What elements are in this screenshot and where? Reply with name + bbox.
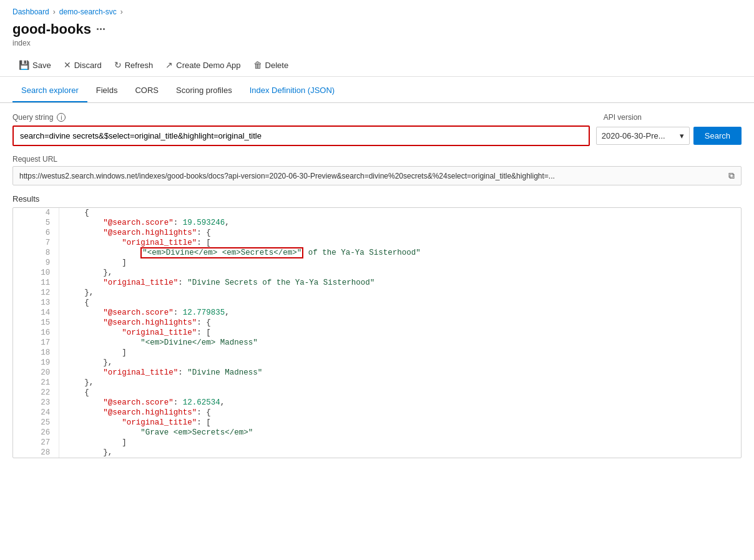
table-row: 23 "@search.score": 12.62534,	[13, 398, 741, 408]
table-row: 16 "original_title": [	[13, 328, 741, 338]
tab-search-explorer[interactable]: Search explorer	[12, 79, 87, 102]
refresh-button[interactable]: ↻ Refresh	[108, 57, 160, 72]
line-number: 26	[13, 428, 59, 438]
query-input[interactable]	[14, 127, 589, 145]
line-content: "@search.highlights": {	[59, 318, 741, 328]
line-content: "original_title": "Divine Secrets of the…	[59, 278, 741, 288]
table-row: 22 {	[13, 388, 741, 398]
table-row: 13 {	[13, 298, 741, 308]
chevron-down-icon: ▾	[680, 131, 684, 140]
code-lines: 4 {5 "@search.score": 19.593246,6 "@sear…	[13, 208, 741, 458]
line-content: "@search.score": 12.779835,	[59, 308, 741, 318]
table-row: 6 "@search.highlights": {	[13, 228, 741, 238]
line-number: 24	[13, 408, 59, 418]
delete-icon: 🗑	[253, 60, 262, 70]
line-content: },	[59, 288, 741, 298]
query-input-wrap	[12, 125, 590, 146]
line-number: 20	[13, 368, 59, 378]
breadcrumb-dashboard[interactable]: Dashboard	[12, 7, 49, 16]
tab-index-definition[interactable]: Index Definition (JSON)	[241, 79, 344, 102]
line-content: },	[59, 268, 741, 278]
line-content: },	[59, 448, 741, 458]
search-button[interactable]: Search	[693, 127, 742, 145]
page-title-row: good-books ···	[0, 19, 754, 39]
line-number: 6	[13, 228, 59, 238]
line-content: {	[59, 388, 741, 398]
line-number: 22	[13, 388, 59, 398]
breadcrumb: Dashboard › demo-search-svc ›	[0, 0, 754, 19]
table-row: 8 "<em>Divine</em> <em>Secrets</em>" of …	[13, 248, 741, 258]
line-number: 8	[13, 248, 59, 258]
line-content: "<em>Divine</em> <em>Secrets</em>" of th…	[59, 248, 741, 258]
results-label: Results	[12, 194, 742, 204]
line-number: 25	[13, 418, 59, 428]
line-number: 18	[13, 348, 59, 358]
line-content: "original_title": [	[59, 418, 741, 428]
delete-button[interactable]: 🗑 Delete	[247, 57, 295, 72]
table-row: 10 },	[13, 268, 741, 278]
line-number: 5	[13, 218, 59, 228]
tab-fields[interactable]: Fields	[87, 79, 127, 102]
line-content: "<em>Divine</em> Madness"	[59, 338, 741, 348]
save-button[interactable]: 💾 Save	[12, 57, 57, 72]
table-row: 12 },	[13, 288, 741, 298]
tabs: Search explorer Fields CORS Scoring prof…	[0, 79, 754, 103]
table-row: 21 },	[13, 378, 741, 388]
line-number: 27	[13, 438, 59, 448]
line-number: 19	[13, 358, 59, 368]
table-row: 25 "original_title": [	[13, 418, 741, 428]
table-row: 14 "@search.score": 12.779835,	[13, 308, 741, 318]
line-content: },	[59, 358, 741, 368]
page-subtitle: index	[0, 39, 754, 54]
line-content: ]	[59, 348, 741, 358]
breadcrumb-separator: ›	[53, 7, 56, 16]
line-content: "@search.score": 12.62534,	[59, 398, 741, 408]
more-options-icon[interactable]: ···	[96, 23, 105, 36]
line-number: 10	[13, 268, 59, 278]
line-content: "@search.highlights": {	[59, 408, 741, 418]
request-url-section: Request URL https://westus2.search.windo…	[12, 155, 742, 185]
line-number: 9	[13, 258, 59, 268]
line-content: "@search.score": 19.593246,	[59, 218, 741, 228]
save-icon: 💾	[19, 60, 29, 70]
line-content: {	[59, 298, 741, 308]
table-row: 28 },	[13, 448, 741, 458]
copy-icon[interactable]: ⧉	[728, 170, 735, 181]
line-number: 13	[13, 298, 59, 308]
line-number: 23	[13, 398, 59, 408]
line-number: 4	[13, 208, 59, 218]
line-content: "Grave <em>Secrets</em>"	[59, 428, 741, 438]
breadcrumb-service[interactable]: demo-search-svc	[59, 7, 117, 16]
line-number: 12	[13, 288, 59, 298]
table-row: 7 "original_title": [	[13, 238, 741, 248]
query-info-icon[interactable]: i	[57, 113, 66, 122]
table-row: 27 ]	[13, 438, 741, 448]
table-row: 9 ]	[13, 258, 741, 268]
create-demo-icon: ↗	[165, 60, 173, 70]
results-box[interactable]: 4 {5 "@search.score": 19.593246,6 "@sear…	[12, 207, 742, 458]
api-version-group: 2020-06-30-Pre... ▾ Search	[596, 127, 742, 145]
tab-cors[interactable]: CORS	[126, 79, 167, 102]
refresh-icon: ↻	[114, 60, 122, 70]
table-row: 18 ]	[13, 348, 741, 358]
request-url-text: https://westus2.search.windows.net/index…	[19, 172, 723, 180]
query-row: 2020-06-30-Pre... ▾ Search	[12, 125, 742, 146]
line-content: "original_title": "Divine Madness"	[59, 368, 741, 378]
discard-button[interactable]: ✕ Discard	[57, 57, 108, 72]
table-row: 19 },	[13, 358, 741, 368]
tab-scoring-profiles[interactable]: Scoring profiles	[167, 79, 241, 102]
table-row: 11 "original_title": "Divine Secrets of …	[13, 278, 741, 288]
query-section: Query string i API version 2020-06-30-Pr…	[12, 113, 742, 146]
line-number: 16	[13, 328, 59, 338]
api-version-dropdown[interactable]: 2020-06-30-Pre... ▾	[596, 127, 690, 145]
table-row: 4 {	[13, 208, 741, 218]
create-demo-button[interactable]: ↗ Create Demo App	[159, 57, 247, 72]
line-number: 11	[13, 278, 59, 288]
page-title: good-books	[12, 21, 91, 37]
table-row: 24 "@search.highlights": {	[13, 408, 741, 418]
table-row: 26 "Grave <em>Secrets</em>"	[13, 428, 741, 438]
line-number: 21	[13, 378, 59, 388]
line-content: },	[59, 378, 741, 388]
line-content: "@search.highlights": {	[59, 228, 741, 238]
line-number: 14	[13, 308, 59, 318]
